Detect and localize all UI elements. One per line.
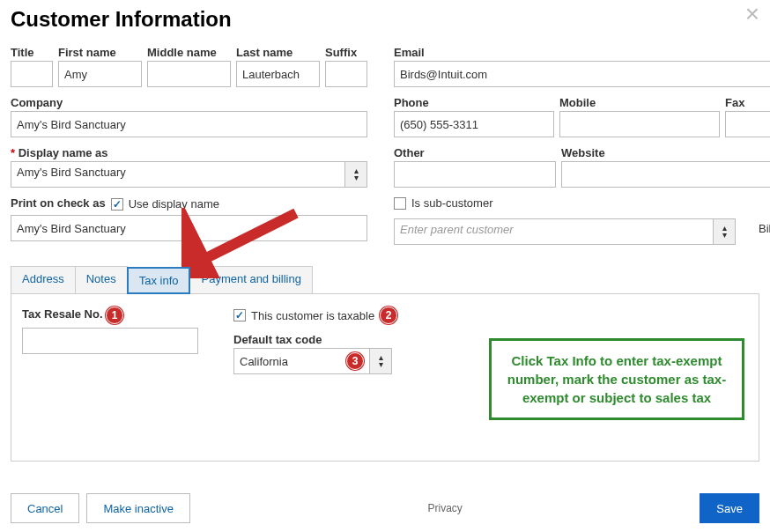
parent-customer-select[interactable]: Enter parent customer ▴▾ (394, 218, 736, 245)
middlename-input[interactable] (147, 61, 231, 87)
website-input[interactable] (561, 161, 770, 188)
fax-input[interactable] (725, 111, 770, 137)
chevron-updown-icon[interactable]: ▴▾ (344, 161, 367, 188)
save-button[interactable]: Save (700, 493, 759, 523)
page-title: Customer Information (11, 7, 759, 32)
bill-with-value: Bill with parent (753, 218, 770, 245)
email-input[interactable] (394, 61, 770, 87)
footer: Cancel Make inactive Privacy Save (11, 493, 759, 523)
mobile-input[interactable] (559, 111, 720, 137)
tax-resale-input[interactable] (22, 328, 198, 354)
privacy-link[interactable]: Privacy (427, 502, 462, 514)
firstname-label: First name (58, 46, 142, 59)
close-icon[interactable]: × (745, 0, 759, 28)
other-label: Other (394, 146, 556, 159)
title-label: Title (11, 46, 53, 59)
default-tax-code-value: California (240, 355, 288, 368)
left-column: Title First name Middle name Last name S… (11, 46, 367, 250)
suffix-label: Suffix (325, 46, 367, 59)
badge-2: 2 (380, 307, 397, 324)
badge-1: 1 (106, 307, 123, 324)
mobile-label: Mobile (559, 96, 720, 109)
bill-with-select[interactable]: Bill with parent ▴▾ (753, 218, 770, 245)
lastname-input[interactable] (236, 61, 320, 87)
parent-customer-placeholder: Enter parent customer (394, 218, 713, 245)
printcheck-input (11, 215, 367, 241)
customer-taxable-label: This customer is taxable (251, 309, 374, 322)
tab-address[interactable]: Address (11, 266, 76, 293)
printcheck-label: Print on check as (11, 196, 106, 210)
chevron-updown-icon[interactable]: ▴▾ (369, 348, 392, 374)
customer-taxable-checkbox[interactable] (233, 309, 246, 321)
fax-label: Fax (725, 96, 770, 109)
firstname-input[interactable] (58, 61, 142, 87)
make-inactive-button[interactable]: Make inactive (86, 493, 189, 523)
right-column: Email Phone Mobile Fax Other Web (394, 46, 770, 250)
tab-payment-billing[interactable]: Payment and billing (189, 266, 312, 293)
cancel-button[interactable]: Cancel (11, 493, 79, 523)
badge-3: 3 (346, 352, 364, 370)
phone-label: Phone (394, 96, 554, 109)
is-subcustomer-checkbox[interactable] (394, 197, 406, 210)
displayname-label: Display name as (11, 146, 367, 159)
tab-panel-tax: Tax Resale No. 1 This customer is taxabl… (11, 294, 759, 462)
default-tax-code-select[interactable]: California 3 ▴▾ (233, 348, 392, 374)
phone-input[interactable] (394, 111, 554, 137)
title-input[interactable] (11, 61, 53, 87)
website-label: Website (561, 146, 770, 159)
other-input[interactable] (394, 161, 556, 188)
tax-resale-label: Tax Resale No. (22, 307, 103, 321)
displayname-value: Amy's Bird Sanctuary (11, 161, 344, 188)
company-label: Company (11, 96, 367, 109)
use-displayname-checkbox[interactable] (111, 198, 123, 211)
is-subcustomer-label: Is sub-customer (411, 196, 492, 210)
tab-tax-info[interactable]: Tax info (127, 267, 191, 294)
use-displayname-label: Use display name (129, 197, 219, 211)
instruction-callout: Click Tax Info to enter tax-exempt numbe… (489, 338, 744, 420)
company-input[interactable] (11, 111, 367, 137)
email-label: Email (394, 46, 770, 59)
chevron-updown-icon[interactable]: ▴▾ (713, 218, 736, 245)
middlename-label: Middle name (147, 46, 231, 59)
tab-notes[interactable]: Notes (75, 266, 128, 293)
tabs: Address Notes Tax info Payment and billi… (11, 266, 759, 294)
default-tax-code-label: Default tax code (233, 333, 397, 346)
displayname-select[interactable]: Amy's Bird Sanctuary ▴▾ (11, 161, 367, 188)
suffix-input[interactable] (325, 61, 367, 87)
lastname-label: Last name (236, 46, 320, 59)
